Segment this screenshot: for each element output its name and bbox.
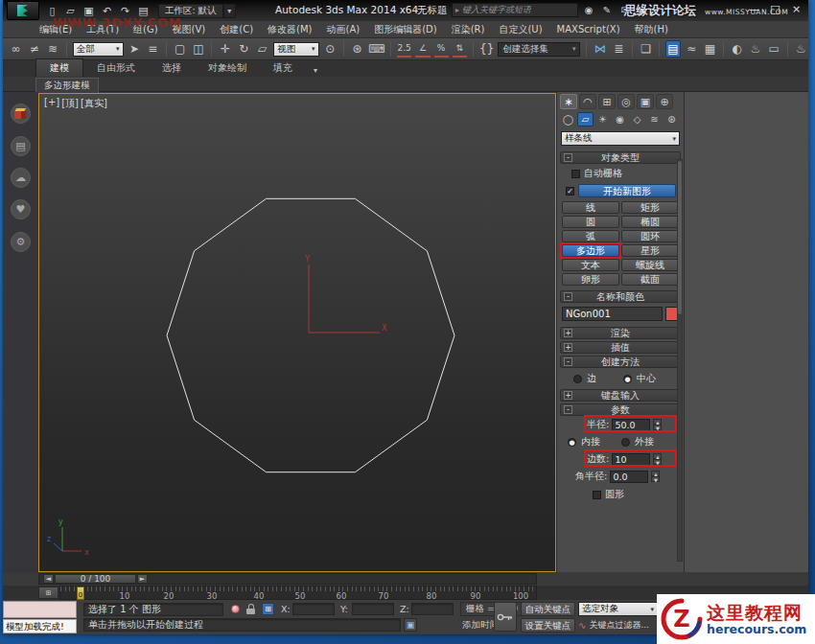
viewport-menu-pov[interactable]: [+] [44, 97, 59, 110]
unlink-selection-icon[interactable]: ≠ [27, 40, 41, 58]
mini-curve-editor-button[interactable]: ⊞ [38, 586, 58, 599]
workspace-selector[interactable]: 工作区: 默认 [158, 4, 223, 18]
spinner-snap-icon[interactable]: ⇅ [453, 40, 467, 58]
viewport-menu-shading[interactable]: [真实] [81, 97, 107, 110]
track-bar-ruler[interactable]: 0 10 20 30 40 50 60 70 80 90 100 [59, 586, 537, 600]
maxscript-mini-listener[interactable] [3, 601, 77, 618]
open-file-icon[interactable]: ▱ [63, 4, 78, 18]
corner-radius-spinner[interactable]: ▲▼ [651, 471, 660, 482]
selection-lock-icon[interactable] [246, 604, 256, 614]
ribbon-subtab-polygon-modeling[interactable]: 多边形建模 [35, 78, 99, 93]
rollout-parameters-header[interactable]: - 参数 [560, 403, 681, 416]
time-slider-track[interactable]: ◄ 0 / 100 ► [38, 573, 537, 585]
curve-editor-icon[interactable]: ≈ [685, 40, 699, 58]
shape-button-line[interactable]: 线 [562, 201, 619, 214]
project-folder-icon[interactable]: ▤ [136, 4, 151, 18]
menu-views[interactable]: 视图(V) [173, 23, 206, 36]
select-and-move-icon[interactable]: ✛ [218, 40, 232, 58]
material-editor-icon[interactable]: ◐ [730, 40, 744, 58]
set-keys-button[interactable] [494, 602, 517, 632]
space-warps-icon[interactable]: ≋ [646, 112, 663, 126]
helpers-icon[interactable]: ◇ [629, 112, 645, 126]
percent-snap-icon[interactable]: % [434, 40, 449, 58]
rollout-creation-method-header[interactable]: - 创建方法 [560, 356, 681, 368]
subscription-icon[interactable]: ✎ [600, 3, 614, 17]
absolute-mode-icon[interactable]: ⊞ [262, 603, 274, 615]
menu-maxscript[interactable]: MAXScript(X) [557, 24, 620, 34]
circumscribed-radio[interactable] [621, 438, 630, 447]
menu-rendering[interactable]: 渲染(R) [452, 23, 485, 36]
close-icon[interactable]: × [790, 2, 803, 15]
shape-button-text[interactable]: 文本 [562, 259, 619, 271]
redo-icon[interactable]: ↷ [118, 4, 132, 18]
shape-button-donut[interactable]: 圆环 [621, 230, 679, 242]
hierarchy-tab-icon[interactable]: ⊞ [598, 94, 616, 109]
shapes-icon[interactable]: ▱ [577, 112, 594, 126]
menu-tools[interactable]: 工具(T) [86, 23, 119, 36]
rollout-rendering-header[interactable]: + 渲染 [560, 327, 681, 339]
save-file-icon[interactable]: ▣ [82, 4, 96, 18]
ribbon-tab-object-paint[interactable]: 对象绘制 [195, 59, 260, 77]
rollout-object-type-header[interactable]: - 对象类型 [560, 151, 681, 164]
render-production-icon[interactable]: ♨ [794, 40, 808, 58]
select-and-manipulate-icon[interactable]: ⊛ [350, 40, 364, 58]
auto-key-button[interactable]: 自动关键点 [521, 602, 575, 616]
maximize-icon[interactable]: □ [769, 2, 781, 15]
snaps-toggle-icon[interactable]: 2.5 [397, 40, 411, 58]
set-key-button[interactable]: 设置关键点 [521, 618, 575, 632]
next-frame-button[interactable]: ► [137, 574, 148, 584]
mirror-icon[interactable]: ⋈ [593, 40, 607, 58]
time-slider-handle[interactable]: 0 / 100 [55, 574, 136, 584]
radius-field[interactable]: 50.0 [612, 419, 650, 431]
layer-manager-icon[interactable]: ❏ [639, 40, 653, 58]
circular-checkbox[interactable] [593, 491, 601, 499]
start-new-shape-button[interactable]: 开始新图形 [578, 184, 676, 197]
menu-edit[interactable]: 编辑(E) [39, 23, 72, 36]
schematic-view-icon[interactable]: ▦ [703, 40, 717, 58]
start-new-shape-checkbox[interactable]: ✓ [566, 187, 574, 196]
edge-radio[interactable] [573, 375, 582, 383]
object-name-field[interactable]: NGon001 [562, 307, 663, 321]
modify-tab-icon[interactable]: ◠ [579, 94, 596, 109]
search-icon[interactable]: ◉ [582, 3, 595, 17]
minimize-icon[interactable]: — [748, 2, 760, 15]
ribbon-tab-populate[interactable]: 填充 [260, 59, 306, 77]
select-and-scale-icon[interactable]: ▱ [255, 40, 269, 58]
inscribed-radio[interactable]: ● [568, 438, 576, 447]
cameras-icon[interactable]: ◉ [612, 112, 628, 126]
shape-button-egg[interactable]: 卵形 [562, 273, 619, 286]
align-icon[interactable]: ≣ [612, 40, 626, 58]
infocenter-search[interactable]: ▸ 键入关键字或短语 [452, 3, 578, 17]
radius-spinner[interactable]: ▲▼ [653, 419, 662, 430]
undo-icon[interactable]: ↶ [100, 4, 114, 18]
y-coordinate-field[interactable] [352, 603, 394, 615]
shape-button-rectangle[interactable]: 矩形 [621, 201, 679, 214]
center-radio[interactable]: ● [623, 375, 632, 383]
ribbon-toggle-icon[interactable]: ▤ [665, 40, 680, 58]
rollout-keyboard-entry-header[interactable]: + 键盘输入 [560, 389, 681, 402]
isolate-toggle-icon[interactable]: ▣ [404, 618, 417, 632]
max-app-button[interactable] [7, 1, 39, 20]
rollout-interpolation-header[interactable]: + 插值 [560, 341, 681, 354]
shape-button-arc[interactable]: 弧 [562, 230, 619, 242]
autogrid-checkbox[interactable] [571, 170, 580, 178]
time-slider-marker[interactable]: 0 [77, 586, 84, 600]
shape-button-ellipse[interactable]: 椭圆 [621, 216, 679, 228]
viewport-top[interactable]: YXxyz [+] [顶] [真实] [38, 93, 556, 572]
shape-button-helix[interactable]: 螺旋线 [621, 259, 679, 271]
gear-icon[interactable]: ⚙ [11, 232, 31, 252]
key-filters-row[interactable]: ∿ 关键点过滤器... [578, 618, 658, 632]
geometry-icon[interactable]: ◯ [560, 112, 576, 126]
shape-button-star[interactable]: 星形 [621, 244, 679, 257]
systems-icon[interactable]: ⊛ [664, 112, 680, 126]
angle-snap-icon[interactable]: ∠ [415, 40, 430, 58]
menu-modifiers[interactable]: 修改器(M) [268, 23, 312, 36]
shape-button-ngon[interactable]: 多边形 [562, 244, 619, 257]
ribbon-tab-freeform[interactable]: 自由形式 [83, 59, 149, 77]
keyboard-shortcut-override-icon[interactable]: ⌨ [368, 40, 384, 58]
bind-to-space-warp-icon[interactable]: ≋ [45, 40, 59, 58]
key-filter-scope-dropdown[interactable]: 选定对象 ▾ [578, 602, 658, 616]
panel-scrollbar[interactable] [677, 159, 683, 562]
edit-named-selection-sets-icon[interactable]: {} [479, 40, 494, 58]
document-icon[interactable]: ▤ [11, 136, 31, 156]
